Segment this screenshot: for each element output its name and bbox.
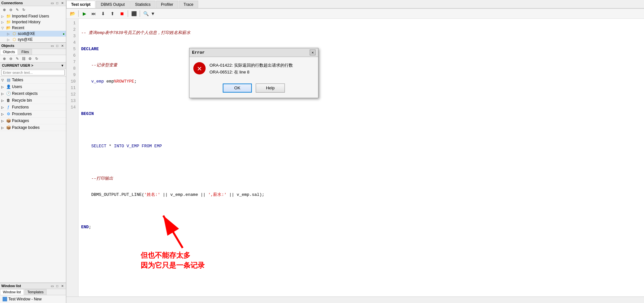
object-label: Package bodies [12, 125, 39, 130]
object-procedures[interactable]: ▷ ⚙ Procedures [0, 111, 66, 118]
code-line-1: -- 查询emp表中7839号员工的个人信息，打印姓名和薪水 [81, 30, 641, 36]
edit-btn[interactable]: ✎ [14, 7, 20, 13]
tree-item-label: Imported Fixed Users [12, 14, 49, 18]
tab-dbms-output[interactable]: DBMS Output [96, 1, 130, 8]
minimize-icon[interactable]: ▭ [50, 284, 54, 288]
dialog-close-btn[interactable]: ✕ [310, 50, 316, 55]
window-list-content: Test Window - New [0, 295, 66, 303]
code-line-2: DECLARE [81, 46, 641, 52]
tab-profiler[interactable]: Profiler [156, 1, 178, 8]
tree-item-label: sys@XE [18, 37, 33, 42]
objects-toolbar: ⊕ ⊖ ✎ ⛓ ⚙ ↻ [0, 55, 66, 62]
code-content[interactable]: -- 查询emp表中7839号员工的个人信息，打印姓名和薪水 DECLARE -… [79, 19, 644, 297]
tab-files[interactable]: Files [18, 49, 32, 55]
connections-toolbar: ⊕ ⊖ ✎ ↻ [0, 6, 66, 13]
objects-panel: Objects ▭ □ ✕ Objects Files ⊕ ⊖ ✎ ⛓ [0, 42, 66, 283]
procedure-icon: ⚙ [6, 111, 11, 117]
expander-icon: ▷ [1, 99, 6, 102]
object-packages[interactable]: ▷ 📦 Packages [0, 118, 66, 124]
tree-item-recent[interactable]: ▽ 📂 Recent [0, 25, 66, 31]
object-package-bodies[interactable]: ▷ 📦 Package bodies [0, 124, 66, 131]
step-out-btn[interactable]: ⬆ [108, 10, 117, 17]
tree-item-scott[interactable]: ▷ ⬡ scott@XE ● [0, 31, 66, 37]
help-button[interactable]: Help [256, 84, 285, 93]
object-label: Users [12, 84, 22, 89]
link-btn[interactable]: ⛓ [21, 56, 27, 62]
maximize-icon[interactable]: □ [55, 43, 59, 48]
line-num: 4 [69, 39, 76, 46]
object-recent[interactable]: ▷ 🕐 Recent objects [0, 90, 66, 97]
close-icon[interactable]: ✕ [60, 1, 65, 5]
objects-panel-header: Objects ▭ □ ✕ [0, 43, 66, 49]
content-area: Test script DBMS Output Statistics Profi… [66, 0, 644, 303]
window-item-test[interactable]: Test Window - New [1, 296, 65, 302]
tree-item-imported-history[interactable]: ▷ 📁 Imported History [0, 19, 66, 25]
maximize-icon[interactable]: □ [55, 284, 59, 288]
current-user-bar[interactable]: CURRENT USER > ▼ [0, 62, 66, 69]
search-dropdown-btn[interactable]: ▼ [151, 10, 155, 17]
object-tables[interactable]: ▽ ▤ Tables [0, 77, 66, 84]
code-editor: 1 2 3 4 5 6 7 8 9 10 11 12 13 14 [66, 19, 644, 297]
panel-header-icons: ▭ □ ✕ [50, 1, 65, 5]
step-into-btn[interactable]: ⬇ [99, 10, 107, 17]
minimize-icon[interactable]: ▭ [50, 1, 54, 5]
minus-btn[interactable]: ⊖ [8, 7, 14, 13]
object-users[interactable]: ▷ 👤 Users [0, 84, 66, 90]
error-message-line1: ORA-01422: 实际返回的行数超出请求的行数 [209, 62, 293, 69]
tab-window-list[interactable]: Window list [0, 289, 24, 295]
ok-button[interactable]: OK [223, 84, 252, 93]
search-btn[interactable]: 🔍 [142, 10, 150, 17]
tab-objects[interactable]: Objects [0, 49, 18, 55]
new-connection-btn[interactable]: ⊕ [1, 7, 7, 13]
code-line-6: BEGIN [81, 111, 641, 117]
close-icon[interactable]: ✕ [60, 43, 65, 48]
status-text [68, 298, 69, 302]
maximize-icon[interactable]: □ [55, 1, 59, 5]
package-icon: 📦 [6, 118, 11, 123]
step-over-btn[interactable]: ⏭ [90, 10, 98, 17]
minimize-icon[interactable]: ▭ [50, 43, 54, 48]
current-user-expand[interactable]: ▼ [61, 64, 64, 67]
refresh-btn[interactable]: ↻ [34, 56, 39, 62]
tab-templates[interactable]: Templates [25, 289, 47, 295]
dialog-titlebar: Error ✕ [189, 48, 318, 57]
tab-test-script[interactable]: Test script [66, 1, 95, 8]
run-btn[interactable]: ▶ [80, 10, 89, 17]
tab-statistics[interactable]: Statistics [130, 1, 156, 8]
separator [78, 10, 79, 17]
folder-icon: 📁 [6, 14, 11, 19]
object-functions[interactable]: ▷ ƒ Functions [0, 104, 66, 111]
object-recycle[interactable]: ▷ 🗑 Recycle bin [0, 97, 66, 104]
tree-item-imported-fixed[interactable]: ▷ 📁 Imported Fixed Users [0, 13, 66, 19]
folder-icon: 📁 [6, 19, 11, 25]
window-icon [3, 297, 7, 301]
stop-btn[interactable]: ⏹ [118, 10, 126, 17]
window-list-icons: ▭ □ ✕ [50, 284, 65, 288]
open-file-btn[interactable]: 📂 [68, 10, 77, 17]
object-label: Packages [12, 118, 29, 123]
expander-icon: ▽ [1, 26, 6, 30]
expander-icon: ▷ [7, 38, 12, 41]
users-icon: 👤 [6, 84, 11, 89]
edit-btn[interactable]: ✎ [14, 56, 20, 62]
line-num: 14 [69, 104, 76, 111]
filter-btn[interactable]: ⚙ [27, 56, 33, 62]
tree-item-sys[interactable]: ▷ ⬡ sys@XE [0, 37, 66, 42]
close-icon[interactable]: ✕ [60, 284, 65, 288]
expander-icon: ▷ [1, 15, 6, 18]
package-body-icon: 📦 [6, 125, 11, 130]
refresh-btn[interactable]: ↻ [21, 7, 27, 13]
import-btn[interactable]: ⬛ [130, 10, 138, 17]
recent-icon: 🕐 [6, 91, 11, 96]
connect-indicator: ● [63, 32, 65, 36]
tab-trace[interactable]: Trace [179, 1, 198, 8]
object-label: Procedures [12, 112, 32, 116]
search-input[interactable] [1, 70, 65, 75]
error-dialog: Error ✕ ✕ ORA-01422: 实际返回的行数超出请求的行数 ORA-… [189, 48, 318, 98]
code-line-9 [81, 159, 641, 166]
code-line-3: --记录型变量 [81, 62, 641, 69]
object-label: Recycle bin [12, 98, 32, 103]
minus-btn[interactable]: ⊖ [8, 56, 14, 62]
objects-panel-icons: ▭ □ ✕ [50, 43, 65, 48]
add-btn[interactable]: ⊕ [1, 56, 7, 62]
